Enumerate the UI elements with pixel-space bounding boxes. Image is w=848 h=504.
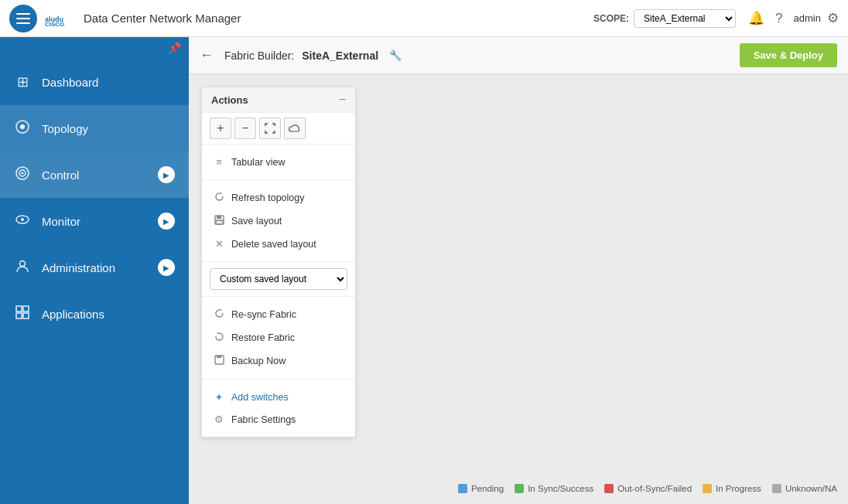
restore-fabric-item[interactable]: Restore Fabric bbox=[202, 326, 355, 349]
legend-in-progress-dot bbox=[703, 484, 712, 493]
monitor-icon bbox=[14, 212, 31, 231]
control-icon bbox=[14, 165, 31, 185]
restore-fabric-label: Restore Fabric bbox=[231, 332, 295, 343]
canvas-area: Actions − + − bbox=[189, 74, 848, 504]
sidebar-apps-label: Applications bbox=[42, 308, 175, 321]
legend-in-sync: In Sync/Success bbox=[515, 484, 593, 493]
zoom-out-button[interactable]: − bbox=[234, 117, 256, 139]
svg-rect-13 bbox=[16, 306, 22, 312]
fabric-settings-item[interactable]: ⚙ Fabric Settings bbox=[202, 408, 355, 431]
pin-icon[interactable]: 📌 bbox=[168, 42, 181, 54]
save-deploy-button[interactable]: Save & Deploy bbox=[740, 43, 837, 67]
refresh-topology-label: Refresh topology bbox=[231, 192, 305, 203]
resync-fabric-item[interactable]: Re-sync Fabric bbox=[202, 303, 355, 326]
legend-in-sync-label: In Sync/Success bbox=[528, 484, 593, 493]
svg-rect-15 bbox=[16, 313, 22, 318]
administration-icon bbox=[14, 258, 31, 278]
fabric-settings-label: Fabric Settings bbox=[231, 414, 296, 425]
delete-layout-item[interactable]: ✕ Delete saved layout bbox=[202, 233, 355, 255]
breadcrumb-bar: ← Fabric Builder: SiteA_External 🔧 Save … bbox=[189, 37, 848, 74]
add-switches-item[interactable]: + Add switches bbox=[202, 386, 355, 408]
zoom-in-button[interactable]: + bbox=[210, 117, 231, 139]
restore-fabric-icon bbox=[213, 332, 225, 344]
sidebar-admin-label: Administration bbox=[42, 261, 158, 274]
legend-unknown-dot bbox=[772, 484, 781, 493]
legend-unknown-label: Unknown/NA bbox=[785, 484, 837, 493]
legend-pending-dot bbox=[458, 484, 467, 493]
fit-view-button[interactable] bbox=[259, 117, 281, 139]
add-switches-icon: + bbox=[213, 391, 225, 403]
tabular-view-item[interactable]: ≡ Tabular view bbox=[202, 151, 355, 173]
sidebar-item-dashboard[interactable]: ⊞ Dashboard bbox=[0, 59, 189, 105]
main-layout: 📌 ⊞ Dashboard Topology bbox=[0, 37, 848, 504]
svg-rect-0 bbox=[16, 13, 30, 15]
settings-icon[interactable]: ⚙ bbox=[827, 10, 839, 26]
backup-now-item[interactable]: Backup Now bbox=[202, 349, 355, 373]
legend-out-of-sync: Out-of-Sync/Failed bbox=[604, 484, 692, 493]
monitor-arrow: ▶ bbox=[158, 213, 175, 230]
sidebar: 📌 ⊞ Dashboard Topology bbox=[0, 37, 189, 504]
sidebar-item-applications[interactable]: Applications bbox=[0, 291, 189, 337]
svg-point-11 bbox=[21, 218, 24, 221]
backup-now-icon bbox=[213, 355, 225, 367]
legend-in-progress: In Progress bbox=[703, 484, 761, 493]
actions-title: Actions bbox=[211, 94, 248, 106]
topbar-icons: 🔔 ? bbox=[748, 10, 782, 26]
fabric-settings-icon: ⚙ bbox=[213, 414, 225, 425]
sidebar-item-control[interactable]: Control ▶ bbox=[0, 152, 189, 198]
cloud-button[interactable] bbox=[284, 117, 306, 139]
actions-section-add: + Add switches ⚙ Fabric Settings bbox=[202, 380, 355, 437]
applications-icon bbox=[14, 305, 31, 324]
sidebar-monitor-label: Monitor bbox=[42, 215, 158, 228]
topology-icon bbox=[14, 119, 31, 138]
resync-fabric-label: Re-sync Fabric bbox=[231, 309, 296, 320]
control-arrow: ▶ bbox=[158, 166, 175, 183]
sidebar-item-administration[interactable]: Administration ▶ bbox=[0, 244, 189, 291]
svg-point-12 bbox=[20, 261, 26, 266]
scope-selector: SCOPE: SiteA_External SiteA_Internal Glo… bbox=[593, 9, 736, 28]
delete-layout-icon: ✕ bbox=[213, 238, 225, 250]
legend-pending-label: Pending bbox=[471, 484, 504, 493]
sidebar-item-monitor[interactable]: Monitor ▶ bbox=[0, 198, 189, 244]
tabular-view-icon: ≡ bbox=[213, 156, 225, 168]
legend-unknown: Unknown/NA bbox=[772, 484, 837, 493]
breadcrumb-fabric-name: SiteA_External bbox=[302, 49, 378, 62]
actions-header: Actions − bbox=[202, 87, 355, 113]
actions-panel: Actions − + − bbox=[201, 87, 356, 438]
svg-rect-1 bbox=[16, 18, 30, 19]
back-button[interactable]: ← bbox=[200, 47, 214, 63]
sidebar-item-topology[interactable]: Topology bbox=[0, 105, 189, 152]
menu-toggle-button[interactable] bbox=[9, 5, 37, 32]
app-title: Data Center Network Manager bbox=[84, 12, 593, 25]
tabular-view-label: Tabular view bbox=[231, 157, 285, 168]
legend-out-of-sync-label: Out-of-Sync/Failed bbox=[617, 484, 692, 493]
admin-arrow: ▶ bbox=[158, 259, 175, 276]
edit-fabric-icon[interactable]: 🔧 bbox=[389, 49, 402, 61]
actions-minimize-button[interactable]: − bbox=[339, 94, 346, 106]
notification-icon[interactable]: 🔔 bbox=[748, 10, 764, 26]
actions-toolbar: + − bbox=[202, 113, 355, 145]
user-menu[interactable]: admin bbox=[794, 12, 821, 24]
cisco-logo: aludu CISCO bbox=[45, 11, 77, 26]
svg-rect-16 bbox=[23, 313, 29, 318]
sidebar-pin-area: 📌 bbox=[0, 37, 189, 59]
layout-dropdown[interactable]: Custom saved layout Hierarchical Tree Ci… bbox=[210, 268, 347, 290]
refresh-topology-icon bbox=[213, 192, 225, 204]
scope-dropdown[interactable]: SiteA_External SiteA_Internal Global bbox=[634, 9, 736, 28]
username: admin bbox=[794, 12, 821, 24]
layout-dropdown-container: Custom saved layout Hierarchical Tree Ci… bbox=[202, 262, 355, 297]
save-layout-item[interactable]: Save layout bbox=[202, 209, 355, 233]
save-layout-icon bbox=[213, 215, 225, 227]
svg-rect-14 bbox=[23, 306, 29, 312]
breadcrumb-prefix: Fabric Builder: bbox=[224, 49, 294, 62]
svg-point-9 bbox=[22, 172, 24, 174]
save-layout-label: Save layout bbox=[231, 216, 282, 226]
help-icon[interactable]: ? bbox=[775, 11, 782, 26]
refresh-topology-item[interactable]: Refresh topology bbox=[202, 186, 355, 209]
topbar: aludu CISCO Data Center Network Manager … bbox=[0, 0, 848, 37]
legend-bar: Pending In Sync/Success Out-of-Sync/Fail… bbox=[458, 484, 837, 493]
content-area: ← Fabric Builder: SiteA_External 🔧 Save … bbox=[189, 37, 848, 504]
legend-in-progress-label: In Progress bbox=[716, 484, 761, 493]
svg-rect-21 bbox=[217, 356, 221, 358]
sidebar-topology-label: Topology bbox=[42, 122, 175, 135]
